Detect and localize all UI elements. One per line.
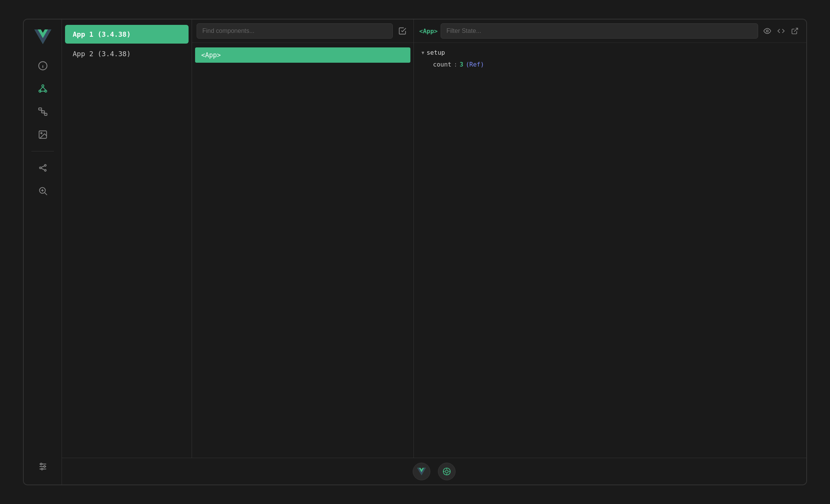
svg-rect-9	[39, 108, 42, 110]
svg-line-20	[41, 168, 44, 170]
state-property-count: count : 3 (Ref)	[422, 59, 799, 70]
panels: App 1 (3.4.38) App 2 (3.4.38) <App>	[62, 20, 806, 458]
prop-key-count: count	[433, 59, 451, 70]
component-search-input[interactable]	[197, 23, 393, 39]
bottom-target-button[interactable]	[438, 463, 456, 480]
sidebar-bottom	[31, 456, 54, 477]
svg-point-31	[767, 30, 768, 32]
svg-line-19	[41, 166, 44, 167]
prop-value-number: 3	[460, 59, 464, 70]
sidebar	[24, 20, 62, 484]
state-filter-input[interactable]	[441, 23, 758, 39]
state-section-setup: ▼ setup count : 3 (Ref)	[422, 49, 799, 70]
svg-rect-11	[44, 113, 47, 115]
svg-line-7	[43, 87, 46, 90]
state-header-actions	[761, 25, 801, 37]
svg-point-30	[41, 468, 42, 470]
svg-point-28	[44, 466, 45, 467]
app-item-1[interactable]: App 1 (3.4.38)	[65, 25, 189, 44]
component-tree-item-app[interactable]: <App>	[195, 47, 410, 63]
state-section-label-setup: setup	[426, 49, 445, 56]
sidebar-item-timeline[interactable]	[31, 158, 54, 178]
component-tree: <App>	[192, 43, 413, 67]
prop-value-ref: (Ref)	[465, 59, 484, 70]
app-item-2[interactable]: App 2 (3.4.38)	[65, 44, 189, 63]
panel-apps: App 1 (3.4.38) App 2 (3.4.38)	[62, 20, 192, 458]
component-search-bar	[192, 20, 413, 43]
state-header: <App>	[414, 20, 806, 43]
svg-line-6	[40, 87, 43, 90]
svg-point-17	[44, 164, 46, 166]
sidebar-nav	[24, 55, 62, 456]
main-content: App 1 (3.4.38) App 2 (3.4.38) <App>	[62, 20, 806, 484]
svg-point-18	[44, 169, 46, 171]
svg-point-3	[42, 85, 44, 87]
svg-line-13	[43, 113, 46, 113]
sidebar-item-assets[interactable]	[31, 124, 54, 145]
vue-logo[interactable]	[33, 27, 52, 46]
svg-line-22	[44, 193, 47, 195]
prop-colon: :	[454, 59, 457, 70]
panel-state: <App>	[414, 20, 806, 458]
svg-point-26	[40, 463, 42, 465]
panel-components: <App>	[192, 20, 414, 458]
bottom-vue-button[interactable]	[413, 463, 430, 480]
sidebar-item-components[interactable]	[31, 78, 54, 99]
sidebar-item-search[interactable]	[31, 180, 54, 201]
svg-rect-10	[41, 111, 44, 113]
state-inspect-button[interactable]	[761, 25, 773, 37]
sidebar-item-info[interactable]	[31, 55, 54, 76]
sidebar-item-structure[interactable]	[31, 101, 54, 122]
svg-point-15	[41, 133, 42, 134]
svg-point-34	[445, 470, 448, 473]
state-component-tag: <App>	[419, 28, 438, 35]
svg-point-16	[39, 167, 41, 169]
state-section-header-setup[interactable]: ▼ setup	[422, 49, 799, 56]
bottom-bar	[62, 458, 806, 484]
chevron-icon: ▼	[422, 50, 424, 55]
component-search-action-button[interactable]	[396, 24, 409, 37]
sidebar-divider	[31, 151, 54, 151]
sidebar-item-settings[interactable]	[31, 456, 54, 477]
state-open-button[interactable]	[789, 25, 801, 37]
svg-line-32	[794, 28, 797, 32]
state-code-button[interactable]	[775, 25, 787, 37]
state-content: ▼ setup count : 3 (Ref)	[414, 43, 806, 81]
devtools-window: App 1 (3.4.38) App 2 (3.4.38) <App>	[23, 19, 807, 485]
svg-line-12	[40, 110, 43, 111]
